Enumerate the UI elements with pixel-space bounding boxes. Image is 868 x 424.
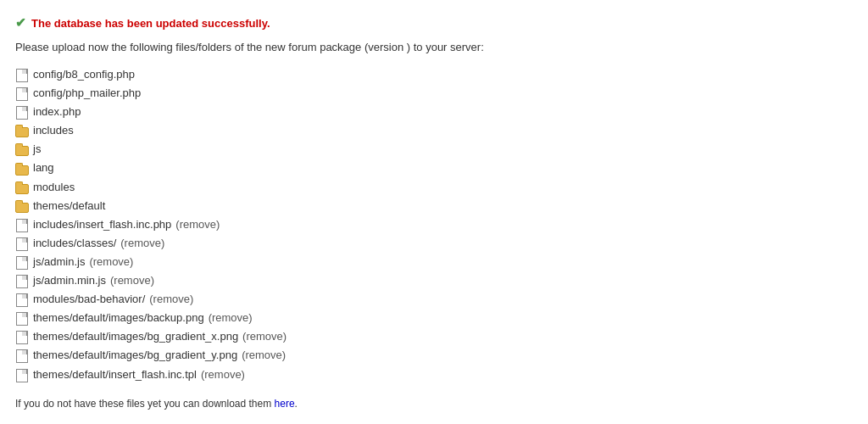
file-name: js/admin.js bbox=[33, 253, 85, 271]
file-name: themes/default/images/bg_gradient_x.png bbox=[33, 327, 238, 346]
remove-label: (remove) bbox=[242, 327, 287, 346]
list-item: themes/default bbox=[15, 197, 853, 215]
success-message: ✔ The database has been updated successf… bbox=[15, 15, 853, 31]
file-name: includes/insert_flash.inc.php bbox=[33, 215, 171, 234]
list-item: modules/bad-behavior/ (remove) bbox=[15, 290, 853, 309]
file-icon bbox=[15, 369, 29, 381]
file-icon bbox=[15, 237, 29, 249]
file-name: js/admin.min.js bbox=[33, 271, 106, 290]
file-name: themes/default/images/bg_gradient_y.png bbox=[33, 346, 237, 365]
file-name: includes/classes/ bbox=[33, 234, 116, 253]
file-name: config/php_mailer.php bbox=[33, 84, 141, 103]
download-link[interactable]: here bbox=[275, 398, 295, 410]
intro-text: Please upload now the following files/fo… bbox=[15, 41, 853, 53]
file-name: themes/default/insert_flash.inc.tpl bbox=[33, 365, 197, 384]
remove-label: (remove) bbox=[201, 365, 245, 384]
file-icon bbox=[15, 349, 29, 361]
file-name: themes/default/images/backup.png bbox=[33, 309, 204, 327]
list-item: includes/classes/ (remove) bbox=[15, 234, 853, 253]
file-name: config/b8_config.php bbox=[33, 65, 135, 84]
file-icon bbox=[15, 331, 29, 343]
footer-text: If you do not have these files yet you c… bbox=[15, 398, 853, 410]
file-name: themes/default bbox=[33, 197, 105, 215]
file-icon bbox=[15, 275, 29, 287]
list-item: config/php_mailer.php bbox=[15, 84, 853, 103]
remove-label: (remove) bbox=[89, 253, 133, 271]
file-name: modules bbox=[33, 178, 75, 197]
list-item: config/b8_config.php bbox=[15, 65, 853, 84]
file-icon bbox=[15, 256, 29, 268]
file-icon bbox=[15, 69, 29, 81]
footer-text-after: . bbox=[295, 398, 298, 410]
list-item: themes/default/images/backup.png (remove… bbox=[15, 309, 853, 327]
file-name: js bbox=[33, 140, 41, 159]
remove-label: (remove) bbox=[209, 309, 253, 327]
file-name: modules/bad-behavior/ bbox=[33, 290, 145, 309]
remove-label: (remove) bbox=[175, 215, 220, 234]
list-item: js/admin.min.js (remove) bbox=[15, 271, 853, 290]
success-text: The database has been updated successful… bbox=[31, 17, 270, 30]
folder-icon bbox=[15, 181, 29, 193]
list-item: includes/insert_flash.inc.php (remove) bbox=[15, 215, 853, 234]
list-item: themes/default/insert_flash.inc.tpl (rem… bbox=[15, 365, 853, 384]
file-icon bbox=[15, 293, 29, 305]
file-icon bbox=[15, 312, 29, 324]
remove-label: (remove) bbox=[110, 271, 154, 290]
footer-text-before: If you do not have these files yet you c… bbox=[15, 398, 275, 410]
file-name: lang bbox=[33, 159, 54, 177]
list-item: includes bbox=[15, 121, 853, 140]
file-icon bbox=[15, 219, 29, 231]
file-name: index.php bbox=[33, 103, 81, 121]
file-name: includes bbox=[33, 121, 74, 140]
folder-icon bbox=[15, 143, 29, 155]
remove-label: (remove) bbox=[242, 346, 286, 365]
list-item: js bbox=[15, 140, 853, 159]
list-item: themes/default/images/bg_gradient_y.png … bbox=[15, 346, 853, 365]
folder-icon bbox=[15, 200, 29, 212]
list-item: modules bbox=[15, 178, 853, 197]
list-item: index.php bbox=[15, 103, 853, 121]
file-list: config/b8_config.phpconfig/php_mailer.ph… bbox=[15, 65, 853, 384]
remove-label: (remove) bbox=[120, 234, 164, 253]
remove-label: (remove) bbox=[149, 290, 193, 309]
folder-icon bbox=[15, 125, 29, 137]
checkmark-icon: ✔ bbox=[15, 15, 26, 31]
list-item: js/admin.js (remove) bbox=[15, 253, 853, 271]
folder-icon bbox=[15, 163, 29, 175]
list-item: themes/default/images/bg_gradient_x.png … bbox=[15, 327, 853, 346]
file-icon bbox=[15, 87, 29, 99]
list-item: lang bbox=[15, 159, 853, 177]
file-icon bbox=[15, 106, 29, 118]
